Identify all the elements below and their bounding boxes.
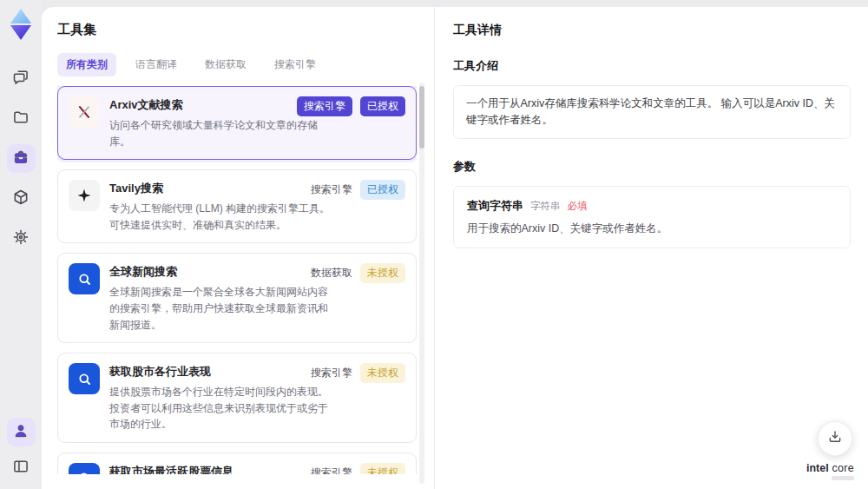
tavily-icon [69,180,100,211]
parameter-type: 字符串 [530,200,561,213]
sidebar-item-chat[interactable] [7,64,36,93]
user-icon [12,422,30,443]
rail-nav [7,64,36,253]
intel-logo-subbar [832,476,854,480]
sidebar-item-settings[interactable] [7,224,36,253]
tool-description: 访问各个研究领域大量科学论文和文章的存储库。 [109,117,332,149]
chat-icon [12,69,30,89]
tool-name: 获取股市各行业表现 [109,364,332,380]
stock-search-icon [69,463,100,474]
intro-heading: 工具介绍 [453,58,851,74]
detail-panel-title: 工具详情 [453,23,851,38]
tool-description: 提供股票市场各个行业在特定时间段内的表现。投资者可以利用这些信息来识别表现优于或… [109,384,332,433]
tool-card[interactable]: Tavily搜索 专为人工智能代理 (LLM) 构建的搜索引擎工具。可快速提供实… [57,169,417,243]
tool-badges: 搜索引擎 已授权 [311,180,405,200]
list-scrollbar-thumb[interactable] [419,86,424,149]
tool-name: 获取市场最活跃股票信息 [109,464,332,474]
tool-name: 全球新闻搜索 [109,264,332,280]
tool-intro-box: 一个用于从Arxiv存储库搜索科学论文和文章的工具。 输入可以是Arxiv ID… [453,85,851,139]
tool-badges: 搜索引擎 未授权 [311,463,405,474]
news-search-icon [69,263,100,294]
sidebar-item-packages[interactable] [7,184,36,213]
arxiv-icon [69,96,100,128]
toolbox-icon [12,149,30,169]
tool-description: 专为人工智能代理 (LLM) 构建的搜索引擎工具。可快速提供实时、准确和真实的结… [109,201,332,233]
collapse-panel-icon [12,458,30,479]
tool-card[interactable]: 获取股市各行业表现 提供股票市场各个行业在特定时间段内的表现。投资者可以利用这些… [57,353,417,443]
intel-brand-text: intel [806,462,829,474]
tool-category-badge: 搜索引擎 [297,96,352,116]
sidebar-item-files[interactable] [7,104,36,133]
stock-search-icon [69,363,100,394]
tool-list-panel: 工具集 所有类别 语言翻译 数据获取 搜索引擎 Arxiv文献搜索 访问各个研究… [42,7,434,489]
tool-badges: 搜索引擎 未授权 [311,363,405,383]
tool-card[interactable]: 获取市场最活跃股票信息 提供当天交易量最高的股票列表。投资者可以利用这些信息来识… [57,453,417,474]
category-tab[interactable]: 所有类别 [57,53,116,76]
category-tab[interactable]: 语言翻译 [127,53,186,76]
category-tab[interactable]: 数据获取 [196,53,255,76]
tool-description: 全球新闻搜索是一个聚合全球各大新闻网站内容的搜索引擎，帮助用户快速获取全球最新资… [109,284,332,333]
cube-icon [12,188,30,209]
tool-badges: 数据获取 未授权 [311,263,405,283]
app-logo[interactable] [6,7,36,42]
sidebar-item-collapse[interactable] [7,453,36,482]
tool-auth-badge: 未授权 [360,463,405,474]
category-tabs: 所有类别 语言翻译 数据获取 搜索引擎 [57,53,434,76]
tool-category-badge: 数据获取 [311,263,352,283]
tool-category-badge: 搜索引擎 [311,180,352,200]
tool-card[interactable]: Arxiv文献搜索 访问各个研究领域大量科学论文和文章的存储库。 搜索引擎 已授… [57,86,417,160]
tool-auth-badge: 已授权 [360,96,405,116]
tool-category-badge: 搜索引擎 [311,463,352,474]
logo-bottom-facet [10,25,31,40]
category-tab[interactable]: 搜索引擎 [266,53,325,76]
list-scrollbar[interactable] [419,83,424,484]
intel-core-logo: intel core [806,462,854,480]
tool-auth-badge: 未授权 [360,263,405,283]
gear-icon [12,228,30,249]
parameter-description: 用于搜索的Arxiv ID、关键字或作者姓名。 [467,221,837,236]
tool-auth-badge: 已授权 [360,180,405,200]
tool-badges: 搜索引擎 已授权 [297,96,405,116]
left-rail [0,0,42,489]
tool-list: Arxiv文献搜索 访问各个研究领域大量科学论文和文章的存储库。 搜索引擎 已授… [57,86,417,474]
parameter-name: 查询字符串 [467,198,523,214]
tool-name: Tavily搜索 [109,181,332,196]
params-heading: 参数 [453,159,851,175]
main-surface: 工具集 所有类别 语言翻译 数据获取 搜索引擎 Arxiv文献搜索 访问各个研究… [42,7,868,489]
page-title: 工具集 [57,22,434,38]
tool-detail-panel: 工具详情 工具介绍 一个用于从Arxiv存储库搜索科学论文和文章的工具。 输入可… [434,7,868,489]
folder-icon [12,109,30,129]
download-button[interactable] [818,421,852,456]
rail-bottom [7,418,36,482]
tool-auth-badge: 未授权 [360,363,405,383]
logo-top-facet [10,9,31,23]
parameter-card: 查询字符串 字符串 必填 用于搜索的Arxiv ID、关键字或作者姓名。 [453,186,851,248]
download-icon [827,429,843,448]
intel-core-text: core [832,462,854,474]
tool-category-badge: 搜索引擎 [311,363,352,383]
sidebar-item-user[interactable] [7,418,36,446]
sidebar-item-toolbox[interactable] [7,144,36,173]
parameter-required-flag: 必填 [568,200,588,213]
tool-card[interactable]: 全球新闻搜索 全球新闻搜索是一个聚合全球各大新闻网站内容的搜索引擎，帮助用户快速… [57,253,417,343]
